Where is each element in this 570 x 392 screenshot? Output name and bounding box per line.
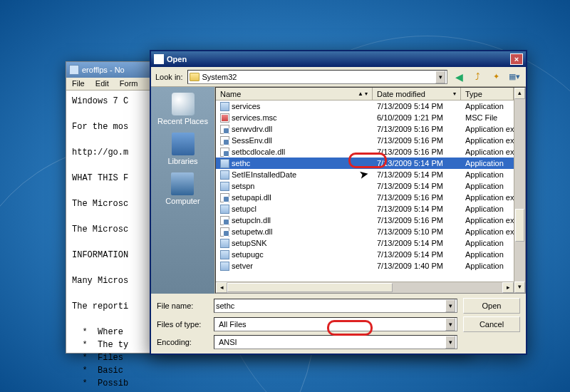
file-type: Application [465,262,504,270]
file-exe-icon [220,205,229,214]
file-row[interactable]: setbcdlocale.dll7/13/2009 5:16 PMApplica… [216,146,514,158]
scroll-right-button[interactable]: ▸ [502,282,514,293]
column-type[interactable]: Type [461,88,514,100]
file-row[interactable]: setver7/13/2009 1:40 PMApplication [216,260,514,272]
dialog-toolbar: Look in: System32 ▾ ◀ ⤴ ✦ ▦▾ [151,67,526,87]
file-type: Application exte.. [465,136,514,145]
file-dll-icon [220,136,229,145]
file-date: 6/10/2009 1:21 PM [377,113,443,122]
file-date: 7/13/2009 5:16 PM [377,216,443,225]
horizontal-scrollbar[interactable]: ◂ ▸ [216,282,514,293]
file-type: Application [465,102,504,110]
chevron-down-icon[interactable]: ▾ [445,318,455,331]
filename-input[interactable] [216,301,445,310]
scroll-thumb-v[interactable] [515,209,524,242]
filename-label: File name: [157,301,208,310]
file-dll-icon [220,227,229,237]
places-libraries[interactable]: Libraries [167,133,197,165]
file-date: 7/13/2009 5:14 PM [377,182,443,190]
file-type: Application [465,159,504,167]
file-type: Application exte.. [465,227,514,236]
cancel-button[interactable]: Cancel [463,316,520,332]
file-row[interactable]: SetIEInstalledDate7/13/2009 5:14 PMAppli… [216,169,514,180]
column-date[interactable]: Date modified▾ [373,88,461,100]
file-date: 7/13/2009 5:14 PM [377,102,443,110]
new-folder-button[interactable]: ✦ [489,70,503,84]
notepad-title: erofflps - No [82,66,125,74]
file-row[interactable]: setspn7/13/2009 5:14 PMApplication [216,180,514,192]
close-button[interactable]: × [510,53,523,65]
file-exe-icon [220,262,229,271]
file-row[interactable]: sethc7/13/2009 5:14 PMApplication [216,158,514,169]
file-name: serwvdrv.dll [232,125,272,133]
dialog-bottom: File name: ▾ Open Files of type: All Fil… [151,294,526,354]
places-recent[interactable]: Recent Places [157,93,208,125]
scroll-up-button[interactable]: ▴ [514,88,525,99]
file-row[interactable]: setupSNK7/13/2009 5:14 PMApplication [216,237,514,249]
file-date: 7/13/2009 5:14 PM [377,205,443,213]
open-dialog-icon [154,54,164,64]
column-headers[interactable]: Name▲▾ Date modified▾ Type [216,88,514,100]
file-row[interactable]: setupcl7/13/2009 5:14 PMApplication [216,203,514,215]
menu-edit[interactable]: Edit [91,78,113,89]
file-exe-icon [220,182,229,191]
scroll-down-button[interactable]: ▾ [514,282,525,293]
file-msc-icon [220,113,229,123]
file-name: setbcdlocale.dll [232,148,285,156]
file-date: 7/13/2009 5:16 PM [377,136,443,145]
back-icon: ◀ [455,71,463,83]
file-date: 7/13/2009 1:40 PM [377,262,443,270]
lookin-value: System32 [202,73,237,81]
chevron-down-icon[interactable]: ▾ [445,336,455,349]
file-type: Application [465,239,504,247]
dialog-title: Open [167,55,187,63]
scroll-thumb-h[interactable] [227,283,393,292]
file-name: setupcln.dll [232,216,271,225]
views-button[interactable]: ▦▾ [507,70,522,84]
filetype-label: Files of type: [157,320,208,329]
file-dll-icon [220,125,229,134]
file-type: Application [465,182,504,190]
lookin-combo[interactable]: System32 ▾ [187,70,447,84]
folder-icon [190,73,200,81]
file-row[interactable]: setupetw.dll7/13/2009 5:10 PMApplication… [216,226,514,237]
places-bar: Recent Places Libraries Computer [151,87,215,294]
new-folder-icon: ✦ [493,72,499,81]
recent-places-icon [172,93,195,115]
file-name: setupetw.dll [232,227,272,236]
dialog-titlebar[interactable]: Open × [151,51,526,67]
encoding-combo[interactable]: ANSI ▾ [214,335,457,349]
file-exe-icon [220,239,229,248]
places-computer[interactable]: Computer [165,172,200,205]
file-type: Application [465,170,504,179]
up-button[interactable]: ⤴ [470,70,484,84]
filename-field[interactable]: ▾ [214,299,457,313]
chevron-down-icon[interactable]: ▾ [435,71,445,83]
file-name: setupcl [232,205,256,213]
open-button[interactable]: Open [463,298,520,314]
file-row[interactable]: services.msc6/10/2009 1:21 PMMSC File [216,112,514,123]
file-list[interactable]: Name▲▾ Date modified▾ Type services7/13/… [215,87,526,294]
chevron-down-icon[interactable]: ▾ [445,299,455,312]
file-row[interactable]: setupugc7/13/2009 5:14 PMApplication [216,249,514,260]
filetype-combo[interactable]: All Files ▾ [214,317,457,331]
file-row[interactable]: serwvdrv.dll7/13/2009 5:16 PMApplication… [216,123,514,135]
file-row[interactable]: setupapi.dll7/13/2009 5:16 PMApplication… [216,192,514,203]
file-name: setupapi.dll [232,193,271,202]
menu-file[interactable]: File [68,78,89,89]
column-name[interactable]: Name▲▾ [216,88,373,100]
scroll-left-button[interactable]: ◂ [216,282,227,293]
file-date: 7/13/2009 5:14 PM [377,239,443,247]
encoding-label: Encoding: [157,338,208,346]
back-button[interactable]: ◀ [452,70,466,84]
file-row[interactable]: setupcln.dll7/13/2009 5:16 PMApplication… [216,215,514,226]
vertical-scrollbar[interactable]: ▴ ▾ [514,88,525,293]
file-name: setver [232,262,253,270]
lookin-label: Look in: [155,73,183,81]
computer-icon [171,172,194,195]
file-date: 7/13/2009 5:10 PM [377,227,443,236]
menu-format[interactable]: Form [115,78,142,89]
file-row[interactable]: SessEnv.dll7/13/2009 5:16 PMApplication … [216,135,514,146]
file-dll-icon [220,148,229,157]
file-row[interactable]: services7/13/2009 5:14 PMApplication [216,100,514,112]
